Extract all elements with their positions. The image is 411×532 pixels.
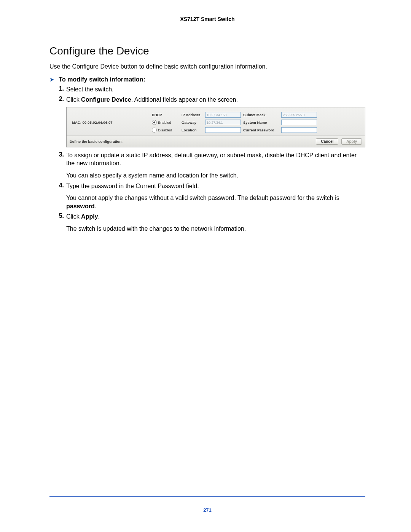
step-1-text: Select the switch. xyxy=(66,85,365,94)
footer-rule xyxy=(49,496,365,497)
step-number: 1. xyxy=(49,85,66,92)
config-hint-text: Define the basic configuration. xyxy=(70,139,123,144)
gateway-field[interactable] xyxy=(205,120,241,125)
cancel-button[interactable]: Cancel xyxy=(316,138,338,145)
dhcp-disabled-radio[interactable]: Disabled xyxy=(152,128,182,133)
step-number: 2. xyxy=(49,96,66,102)
intro-paragraph: Use the Configure Device button to defin… xyxy=(49,62,365,71)
step-5-text: Click Apply. The switch is updated with … xyxy=(66,212,365,233)
current-password-label: Current Password xyxy=(243,128,281,132)
radio-icon xyxy=(152,128,157,133)
config-device-panel: DHCP IP Address Subnet Mask MAC: 00:05:0… xyxy=(66,107,365,147)
system-name-label: System Name xyxy=(243,120,281,125)
step-number: 3. xyxy=(49,151,66,158)
ip-address-label: IP Address xyxy=(182,113,205,117)
procedure-arrow-icon: ➤ xyxy=(49,76,57,83)
page-number: 271 xyxy=(49,507,365,513)
step-4-text: Type the password in the Current Passwor… xyxy=(66,182,365,211)
step-3-text: To assign or update a static IP address,… xyxy=(66,151,365,180)
procedure-title: To modify switch information: xyxy=(59,76,145,83)
gateway-label: Gateway xyxy=(182,120,205,125)
location-field[interactable] xyxy=(205,127,241,133)
subnet-mask-label: Subnet Mask xyxy=(243,113,281,117)
doc-header-product: XS712T Smart Switch xyxy=(49,16,365,22)
step-number: 5. xyxy=(49,212,66,219)
system-name-field[interactable] xyxy=(281,120,317,125)
apply-button[interactable]: Apply xyxy=(341,138,362,145)
mac-address-label: MAC: 00:05:02:04:06:07 xyxy=(72,120,152,125)
ip-address-field[interactable] xyxy=(205,112,241,118)
radio-icon xyxy=(152,120,157,125)
step-number: 4. xyxy=(49,182,66,189)
dhcp-enabled-radio[interactable]: Enabled xyxy=(152,120,182,125)
step-2-text: Click Configure Device. Additional field… xyxy=(66,96,365,104)
section-heading: Configure the Device xyxy=(49,45,365,57)
dhcp-label: DHCP xyxy=(152,113,182,117)
location-label: Location xyxy=(182,128,205,132)
current-password-field[interactable] xyxy=(281,127,317,133)
subnet-mask-field[interactable] xyxy=(281,112,317,118)
